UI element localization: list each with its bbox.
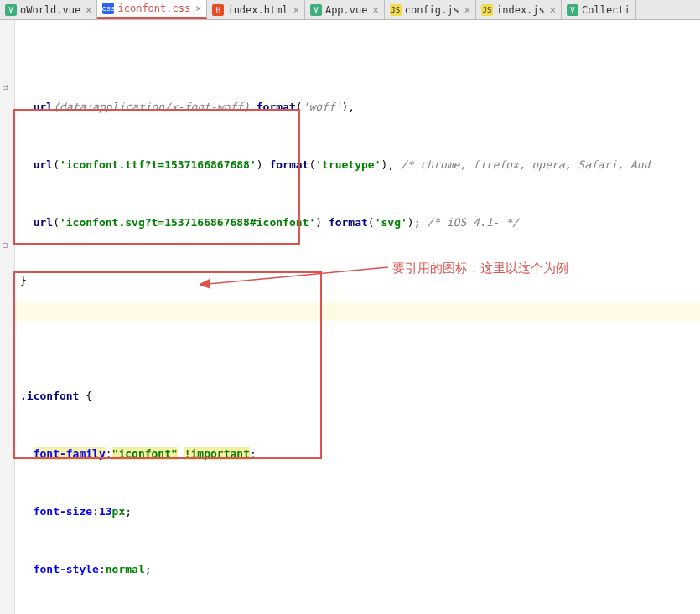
tab-label: index.js <box>496 4 545 16</box>
tab-0[interactable]: VoWorld.vue× <box>0 0 97 19</box>
tab-3[interactable]: VApp.vue× <box>305 0 385 19</box>
tab-5[interactable]: JSindex.js× <box>476 0 562 19</box>
editor-wrapper: ⊟ ⊟ url(data:application/x-font-woff) fo… <box>0 20 700 614</box>
vue-file-icon: V <box>567 4 578 16</box>
js-file-icon: JS <box>390 4 402 16</box>
annotation-text: 要引用的图标，这里以这个为例 <box>392 258 568 277</box>
close-icon[interactable]: × <box>550 4 556 16</box>
close-icon[interactable]: × <box>195 3 201 14</box>
tab-label: iconfont.css <box>117 3 190 14</box>
highlight-box-2 <box>13 271 322 459</box>
tab-label: index.html <box>227 4 288 16</box>
tabs-bar: VoWorld.vue×cssiconfont.css×Hindex.html×… <box>0 0 700 20</box>
gutter: ⊟ ⊟ <box>0 20 15 614</box>
tab-4[interactable]: JSconfig.js× <box>385 0 476 19</box>
tab-label: App.vue <box>325 4 368 16</box>
vue-file-icon: V <box>5 4 17 16</box>
fold-icon[interactable]: ⊟ <box>3 240 11 249</box>
close-icon[interactable]: × <box>372 4 378 16</box>
tab-6[interactable]: VCollecti <box>562 0 636 19</box>
close-icon[interactable]: × <box>293 4 299 16</box>
tab-label: Collecti <box>582 4 630 16</box>
css-file-icon: css <box>102 3 114 14</box>
tab-label: config.js <box>405 4 459 16</box>
current-line-highlight <box>15 302 700 321</box>
close-icon[interactable]: × <box>86 4 91 16</box>
vue-file-icon: V <box>310 4 322 16</box>
tab-1[interactable]: cssiconfont.css× <box>97 0 207 19</box>
js-file-icon: JS <box>481 4 493 16</box>
fold-icon[interactable]: ⊟ <box>3 82 11 90</box>
html-file-icon: H <box>212 4 224 16</box>
tab-2[interactable]: Hindex.html× <box>207 0 304 19</box>
code-editor[interactable]: url(data:application/x-font-woff) format… <box>15 20 700 614</box>
tab-label: oWorld.vue <box>20 4 80 16</box>
close-icon[interactable]: × <box>464 4 470 16</box>
